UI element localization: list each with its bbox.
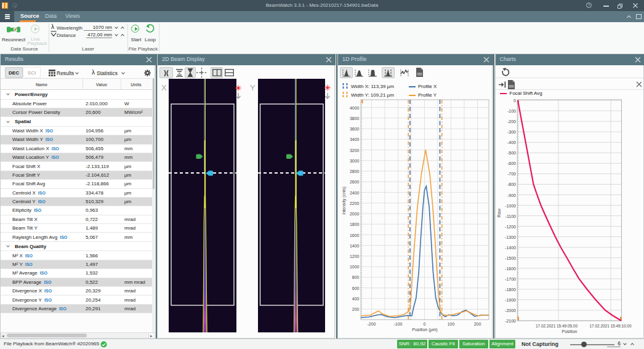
svg-text:-1000: -1000 [505, 204, 516, 208]
svg-text:3800: 3800 [350, 116, 360, 121]
svg-text:-200: -200 [367, 322, 376, 326]
svg-text:-800: -800 [507, 182, 515, 187]
svg-text:-1500: -1500 [505, 256, 516, 260]
svg-text:Intensity (cnts): Intensity (cnts) [342, 187, 347, 215]
svg-text:-1800: -1800 [505, 287, 516, 292]
svg-text:-100: -100 [393, 322, 402, 326]
svg-text:-400: -400 [507, 140, 515, 145]
svg-text:-1600: -1600 [505, 267, 516, 271]
svg-text:-900: -900 [507, 193, 515, 198]
svg-text:Raw: Raw [497, 208, 501, 217]
svg-text:4000: 4000 [350, 106, 360, 110]
svg-text:-1100: -1100 [505, 214, 515, 219]
svg-text:17.02.2021 15:49:10.00: 17.02.2021 15:49:10.00 [589, 324, 631, 328]
svg-text:2400: 2400 [350, 191, 360, 195]
svg-text:-1700: -1700 [505, 277, 516, 281]
svg-text:2200: 2200 [350, 201, 360, 206]
svg-text:1200: 1200 [350, 254, 360, 259]
svg-text:-700: -700 [507, 172, 515, 176]
svg-text:-100: -100 [507, 109, 515, 113]
svg-text:600: 600 [352, 286, 360, 291]
svg-text:-1900: -1900 [505, 298, 516, 302]
svg-text:3600: 3600 [350, 127, 360, 131]
svg-text:1800: 1800 [350, 222, 360, 227]
svg-text:100: 100 [448, 322, 455, 326]
svg-text:400: 400 [352, 297, 360, 301]
svg-text:1600: 1600 [350, 233, 360, 238]
svg-text:0: 0 [513, 98, 516, 103]
svg-text:1400: 1400 [350, 244, 360, 248]
svg-text:200: 200 [352, 307, 360, 311]
svg-text:0: 0 [424, 322, 426, 326]
svg-text:1000: 1000 [350, 265, 360, 269]
svg-text:200: 200 [474, 322, 481, 326]
svg-text:2600: 2600 [350, 180, 360, 184]
svg-text:-2100: -2100 [505, 319, 516, 323]
svg-text:3000: 3000 [350, 159, 360, 163]
svg-text:-1300: -1300 [505, 235, 516, 239]
svg-text:-1400: -1400 [505, 246, 516, 250]
svg-text:17.02.2021 15:49:05.00: 17.02.2021 15:49:05.00 [536, 324, 578, 328]
svg-text:-500: -500 [507, 151, 515, 155]
svg-text:2800: 2800 [350, 169, 360, 174]
svg-text:800: 800 [352, 275, 360, 279]
svg-text:-200: -200 [507, 119, 515, 124]
svg-text:-300: -300 [507, 130, 515, 134]
svg-text:-1200: -1200 [505, 225, 516, 229]
svg-text:Position (µm): Position (µm) [412, 327, 437, 332]
svg-text:3200: 3200 [350, 148, 360, 153]
svg-text:-600: -600 [507, 161, 515, 166]
svg-text:2000: 2000 [350, 212, 360, 216]
svg-text:3400: 3400 [350, 137, 360, 142]
svg-text:Position: Position [561, 329, 577, 334]
svg-text:-2000: -2000 [505, 308, 516, 313]
